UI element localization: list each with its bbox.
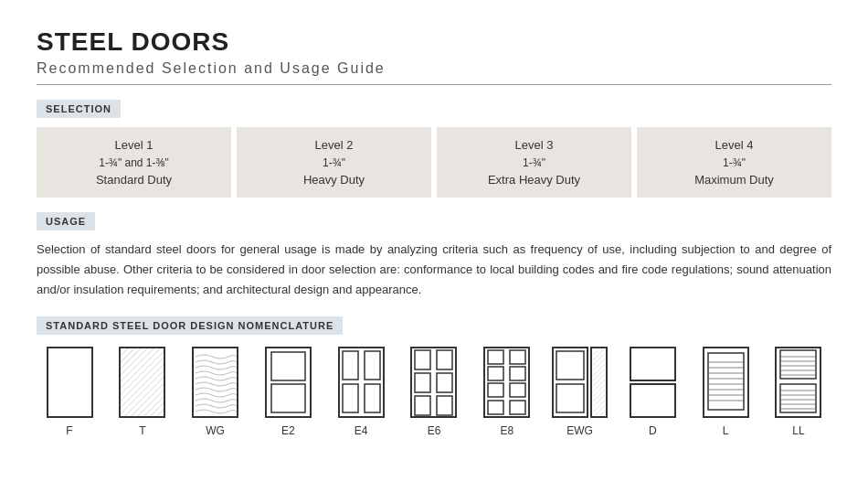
svg-rect-11 xyxy=(343,384,358,412)
door-grid: F T xyxy=(37,346,831,437)
svg-rect-16 xyxy=(415,373,430,392)
level-3-box: Level 3 1-¾" Extra Heavy Duty xyxy=(437,127,631,198)
door-e2-label: E2 xyxy=(281,424,295,437)
level-4-num: Level 4 xyxy=(644,136,824,155)
door-e8: E8 xyxy=(474,346,540,437)
svg-rect-3 xyxy=(121,348,164,416)
svg-rect-18 xyxy=(415,396,430,415)
svg-rect-19 xyxy=(437,396,452,415)
door-ewg: EWG xyxy=(547,346,613,437)
door-d: D xyxy=(619,346,685,437)
svg-rect-48 xyxy=(780,350,816,379)
door-ewg-label: EWG xyxy=(566,424,593,437)
level-3-num: Level 3 xyxy=(444,136,624,155)
svg-rect-28 xyxy=(510,401,525,414)
level-2-duty: Heavy Duty xyxy=(244,171,424,189)
level-1-size: 1-¾" and 1-⅜" xyxy=(44,155,224,171)
level-4-duty: Maximum Duty xyxy=(644,171,824,189)
page-title: STEEL DOORS xyxy=(37,27,831,57)
door-ll: LL xyxy=(766,346,831,437)
door-l: L xyxy=(693,346,758,437)
door-wg: WG xyxy=(183,346,249,437)
svg-rect-6 xyxy=(271,352,305,380)
door-e8-label: E8 xyxy=(500,424,513,437)
svg-rect-22 xyxy=(510,350,525,364)
svg-rect-36 xyxy=(630,384,675,417)
door-e6: E6 xyxy=(401,346,467,437)
level-2-size: 1-¾" xyxy=(244,155,424,171)
selection-label: SELECTION xyxy=(37,100,121,118)
svg-rect-12 xyxy=(365,384,380,412)
level-grid: Level 1 1-¾" and 1-⅜" Standard Duty Leve… xyxy=(37,127,831,198)
svg-rect-26 xyxy=(510,383,525,397)
level-1-num: Level 1 xyxy=(44,136,224,155)
svg-rect-31 xyxy=(556,351,584,380)
svg-rect-15 xyxy=(437,350,452,369)
level-3-duty: Extra Heavy Duty xyxy=(444,171,624,189)
svg-rect-17 xyxy=(437,373,452,392)
level-4-box: Level 4 1-¾" Maximum Duty xyxy=(637,127,831,198)
door-t-label: T xyxy=(139,424,145,437)
door-ll-label: LL xyxy=(792,424,804,437)
door-e6-label: E6 xyxy=(428,424,441,437)
door-d-label: D xyxy=(649,424,657,437)
svg-rect-9 xyxy=(343,351,358,380)
svg-rect-32 xyxy=(556,384,584,412)
usage-text: Selection of standard steel doors for ge… xyxy=(37,240,831,300)
door-f: F xyxy=(37,346,102,437)
svg-rect-35 xyxy=(630,348,675,380)
level-1-duty: Standard Duty xyxy=(44,171,224,189)
svg-rect-24 xyxy=(510,367,525,380)
svg-rect-21 xyxy=(488,350,503,364)
page-subtitle: Recommended Selection and Usage Guide xyxy=(37,60,831,85)
svg-rect-27 xyxy=(488,401,503,414)
nomenclature-label: STANDARD STEEL DOOR DESIGN NOMENCLATURE xyxy=(37,316,343,335)
svg-rect-25 xyxy=(488,383,503,397)
svg-rect-38 xyxy=(708,353,744,410)
door-e4: E4 xyxy=(328,346,394,437)
door-f-label: F xyxy=(66,424,72,437)
svg-rect-54 xyxy=(780,384,816,412)
door-e2: E2 xyxy=(255,346,321,437)
svg-rect-34 xyxy=(593,349,605,415)
level-2-box: Level 2 1-¾" Heavy Duty xyxy=(237,127,431,198)
level-3-size: 1-¾" xyxy=(444,155,624,171)
door-wg-label: WG xyxy=(206,424,225,437)
svg-rect-0 xyxy=(48,348,92,417)
level-2-num: Level 2 xyxy=(244,136,424,155)
svg-rect-10 xyxy=(365,351,380,380)
svg-rect-23 xyxy=(488,367,503,380)
level-4-size: 1-¾" xyxy=(644,155,824,171)
door-l-label: L xyxy=(723,424,729,437)
svg-rect-7 xyxy=(271,384,305,412)
svg-rect-14 xyxy=(415,350,430,369)
usage-label: USAGE xyxy=(37,212,95,230)
level-1-box: Level 1 1-¾" and 1-⅜" Standard Duty xyxy=(37,127,231,198)
door-t: T xyxy=(110,346,175,437)
door-e4-label: E4 xyxy=(355,424,368,437)
